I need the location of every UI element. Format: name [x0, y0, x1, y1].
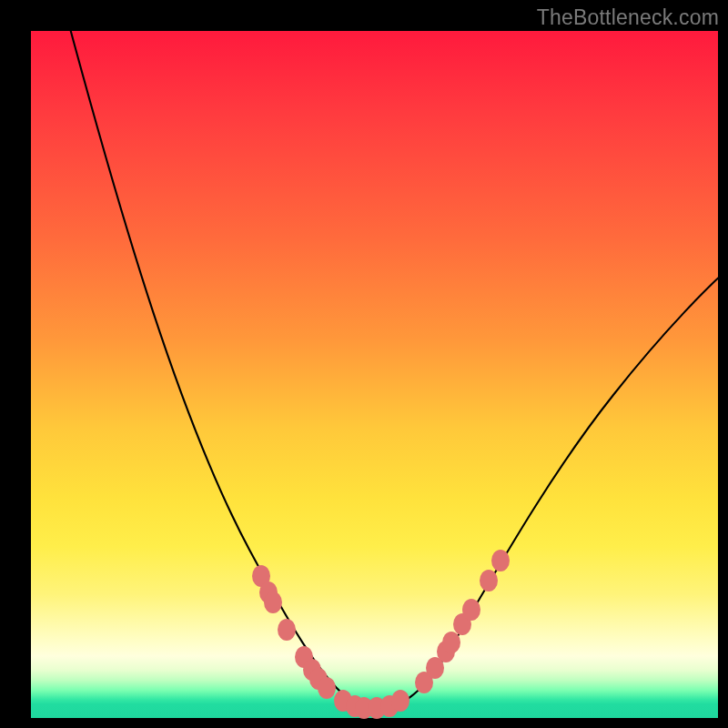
marker-group	[252, 550, 510, 719]
curve-marker	[278, 619, 296, 641]
curve-marker	[264, 592, 282, 613]
curve-marker	[462, 599, 480, 621]
plot-area	[31, 31, 718, 718]
bottleneck-curve	[65, 8, 723, 708]
curve-marker	[480, 570, 498, 592]
watermark-text: TheBottleneck.com	[537, 5, 719, 30]
curve-layer	[31, 31, 718, 718]
chart-frame: TheBottleneck.com	[0, 0, 728, 728]
curve-marker	[391, 690, 410, 712]
curve-marker	[491, 550, 510, 571]
curve-marker	[442, 632, 460, 653]
curve-marker	[318, 677, 336, 699]
